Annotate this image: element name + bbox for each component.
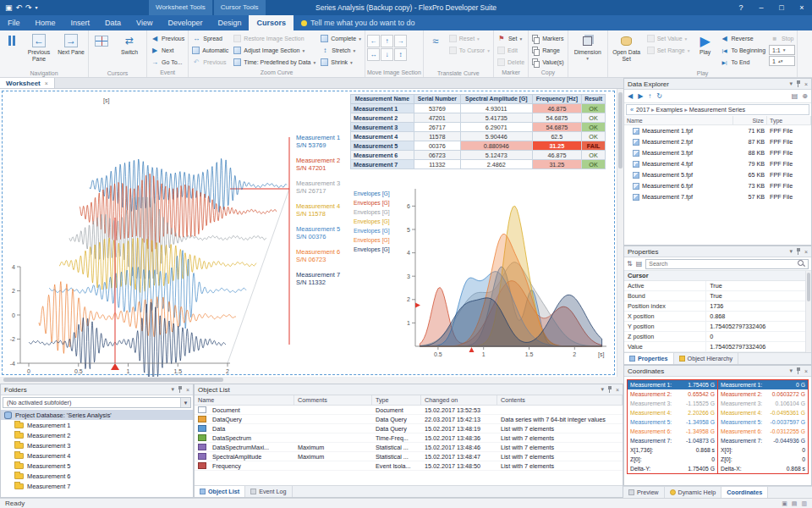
- object-row[interactable]: FrequencyEvent Isola...15.02.2017 13:48:…: [195, 461, 623, 471]
- coordinate-row[interactable]: Measurement 3:-1.15525 G: [628, 399, 717, 408]
- copy-range-button[interactable]: Range: [530, 45, 566, 56]
- measurement-row[interactable]: Measurement 5003760.88094631.25FAIL: [351, 141, 606, 151]
- panel-menu-icon[interactable]: ▾: [601, 386, 604, 393]
- tab-preview[interactable]: Preview: [623, 487, 665, 498]
- event-previous-button[interactable]: ◀Previous: [149, 33, 186, 44]
- object-list-column-headers[interactable]: Name Comments Type Changed on Contents: [195, 395, 623, 406]
- folder-item[interactable]: Measurement 7: [1, 481, 193, 491]
- object-row[interactable]: DataData Query15.02.2017 13:48:19List wi…: [195, 424, 623, 433]
- search-input[interactable]: [649, 261, 795, 267]
- play-ratio-combo[interactable]: 1:1▾: [769, 45, 795, 55]
- sort-icon[interactable]: ⇅: [627, 260, 633, 268]
- set-value-button[interactable]: Set Value▾: [645, 33, 692, 44]
- shrink-button[interactable]: Shrink▾: [319, 57, 363, 68]
- automatic-button[interactable]: Automatic: [190, 45, 230, 56]
- coordinate-row[interactable]: Measurement 5:-1.34958 G: [628, 417, 717, 427]
- coordinate-row[interactable]: Measurement 6:-0.0312255 G: [718, 427, 808, 436]
- selected-object-name[interactable]: Cursor: [624, 271, 811, 281]
- property-row[interactable]: X position0.868: [624, 312, 811, 322]
- folder-item[interactable]: Measurement 5: [1, 461, 193, 471]
- reset-button[interactable]: Reset▾: [447, 33, 491, 44]
- cursor-marker[interactable]: [111, 363, 119, 370]
- translate-curve-button[interactable]: ≈: [425, 31, 446, 69]
- pin-icon[interactable]: [178, 386, 183, 393]
- object-row[interactable]: DocumentDocument15.02.2017 13:52:53: [195, 406, 623, 415]
- spread-button[interactable]: ↔Spread: [190, 33, 230, 44]
- column-header[interactable]: Serial Number: [414, 95, 460, 104]
- open-data-set-button[interactable]: Open Data Set: [610, 31, 644, 69]
- folder-item[interactable]: Measurement 4: [1, 450, 193, 461]
- measurement-row[interactable]: Measurement 6067235.1247346.875OK: [351, 151, 606, 160]
- tab-design[interactable]: Design: [210, 15, 249, 30]
- close-panel-icon[interactable]: ×: [186, 387, 189, 393]
- to-beginning-button[interactable]: |◀To Beginning: [719, 45, 767, 56]
- tab-worksheet[interactable]: Worksheet ×: [0, 78, 55, 88]
- settings-gear-icon[interactable]: ⊕: [802, 92, 808, 100]
- event-goto-button[interactable]: →Go To...: [149, 57, 186, 68]
- folder-item[interactable]: Measurement 1: [1, 420, 193, 430]
- worksheet-tools-header[interactable]: Worksheet Tools: [149, 0, 212, 15]
- coordinate-row[interactable]: Measurement 1:0 G: [718, 380, 808, 389]
- back-icon[interactable]: ◀: [628, 92, 633, 100]
- marker-edit-button[interactable]: Edit: [496, 45, 526, 56]
- close-button[interactable]: ×: [792, 0, 812, 15]
- file-row[interactable]: Measurement 1.fpf71 KBFPF File: [624, 125, 811, 136]
- marker-set-button[interactable]: ⚑Set▾: [496, 33, 526, 44]
- adjust-image-section-button[interactable]: Adjust Image Section▾: [232, 45, 317, 56]
- waterfall-chart[interactable]: 420-2-400.511.52[s]Measurement 1S/N 5376…: [3, 91, 345, 377]
- coordinate-row[interactable]: Measurement 7:-0.044936 G: [718, 436, 808, 445]
- to-cursor-button[interactable]: To Cursor▾: [447, 45, 491, 56]
- restore-image-section-button[interactable]: Restore Image Section: [232, 33, 317, 44]
- column-header[interactable]: Measurement Name: [351, 95, 414, 104]
- coordinate-row[interactable]: Measurement 7:-1.04873 G: [628, 436, 717, 445]
- tab-object-list[interactable]: Object List: [195, 486, 245, 497]
- switch-button[interactable]: ⇄ Switch: [114, 31, 145, 69]
- panel-menu-icon[interactable]: ▾: [789, 367, 793, 374]
- worksheet-horizontal-scrollbar[interactable]: [0, 377, 623, 384]
- pin-icon[interactable]: [796, 367, 801, 374]
- measurement-row[interactable]: Measurement 4115785.9044662.5OK: [351, 132, 606, 141]
- reverse-button[interactable]: ◀Reverse: [719, 33, 767, 44]
- undo-icon[interactable]: ↶: [16, 0, 23, 15]
- minimize-button[interactable]: –: [751, 0, 771, 15]
- column-header[interactable]: Spectral Amplitude [G]: [460, 95, 532, 104]
- tab-insert[interactable]: Insert: [63, 15, 98, 30]
- to-end-button[interactable]: ▶|To End: [719, 57, 767, 68]
- set-range-button[interactable]: Set Range▾: [645, 45, 692, 56]
- coordinate-row[interactable]: Measurement 4:-0.0495361 G: [718, 408, 808, 417]
- cursor-tools-header[interactable]: Cursor Tools: [214, 0, 266, 15]
- data-explorer-column-headers[interactable]: Name Size Type: [624, 116, 811, 125]
- move-right-button[interactable]: →: [394, 35, 407, 47]
- play-count-spinner[interactable]: 1▴▾: [769, 56, 795, 66]
- up-icon[interactable]: ↑: [648, 92, 651, 100]
- stop-button[interactable]: ■Stop: [769, 33, 795, 44]
- tab-object-hierarchy[interactable]: Object Hierarchy: [674, 353, 739, 364]
- play-button[interactable]: ▶ Play: [694, 31, 717, 69]
- tab-dynamic-help[interactable]: Dynamic Help: [665, 487, 722, 498]
- file-row[interactable]: Measurement 6.fpf73 KBFPF File: [624, 180, 811, 191]
- tell-me-box[interactable]: Tell me what you do want to do: [294, 15, 423, 30]
- object-row[interactable]: DataSpectrumMaxi...MaximumStatistical ..…: [195, 443, 623, 452]
- worksheet-vertical-scrollbar[interactable]: [617, 89, 623, 377]
- refresh-icon[interactable]: ↻: [656, 92, 662, 100]
- panel-menu-icon[interactable]: ▾: [171, 386, 174, 393]
- redo-icon[interactable]: ↷: [25, 0, 32, 15]
- measurement-row[interactable]: Measurement 1537694.9301146.875OK: [351, 104, 606, 113]
- worksheet-canvas[interactable]: 420-2-400.511.52[s]Measurement 1S/N 5376…: [0, 89, 617, 377]
- zoom-previous-button[interactable]: ↶Previous: [190, 57, 230, 68]
- tab-cursors[interactable]: Cursors: [249, 15, 294, 30]
- close-panel-icon[interactable]: ×: [804, 368, 808, 374]
- close-panel-icon[interactable]: ×: [804, 81, 808, 87]
- breadcrumb-item[interactable]: Examples: [656, 106, 683, 113]
- view-mode-icon[interactable]: ▣: [782, 500, 787, 507]
- copy-values-button[interactable]: Value(s): [530, 57, 566, 68]
- measurement-row[interactable]: Measurement 7113322.486231.25OK: [351, 160, 606, 169]
- maximize-button[interactable]: □: [771, 0, 792, 15]
- subfolder-dropdown[interactable]: (No activated subfolder) ▼: [3, 397, 191, 408]
- property-row[interactable]: ActiveTrue: [624, 281, 811, 291]
- event-next-button[interactable]: ▶Next: [149, 45, 186, 56]
- file-row[interactable]: Measurement 4.fpf79 KBFPF File: [624, 158, 811, 169]
- previous-pane-button[interactable]: ← Previous Pane: [24, 31, 54, 69]
- property-row[interactable]: Position index1736: [624, 301, 811, 312]
- forward-icon[interactable]: ▶: [638, 92, 643, 100]
